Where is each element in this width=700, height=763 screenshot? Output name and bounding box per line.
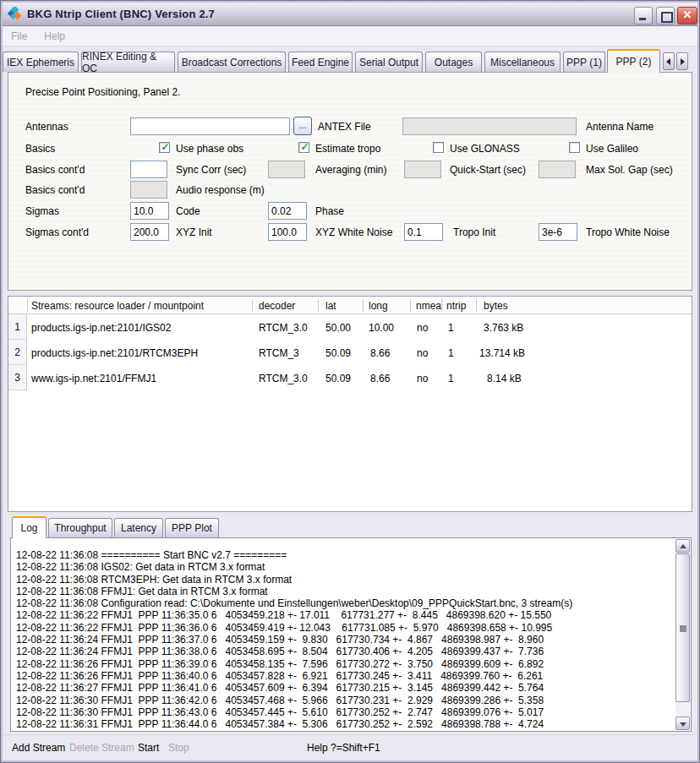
header-decoder: decoder	[259, 300, 295, 312]
log-scrollbar[interactable]	[675, 539, 690, 730]
menu-bar: File Help	[3, 26, 697, 46]
stream-row[interactable]: products.igs-ip.net:2101/RTCM3EPH RTCM_3…	[8, 340, 692, 365]
cell-source: products.igs-ip.net:2101/RTCM3EPH	[31, 347, 198, 359]
max-sol-gap-input	[539, 161, 576, 178]
tab-ppp-1[interactable]: PPP (1)	[563, 52, 605, 72]
estimate-tropo-checkbox[interactable]: ✓	[298, 142, 309, 153]
scroll-down-icon	[680, 722, 686, 727]
column-divider	[27, 299, 28, 312]
averaging-input	[268, 161, 305, 178]
use-glonass-label: Use GLONASS	[450, 143, 520, 155]
header-lat: lat	[325, 300, 336, 312]
add-stream-button[interactable]: Add Stream	[12, 742, 65, 754]
ppp-panel: Precise Point Positioning, Panel 2. Ante…	[8, 72, 692, 291]
tab-latency[interactable]: Latency	[114, 518, 163, 537]
cell-lat: 50.09	[325, 347, 351, 359]
audio-response-input	[130, 181, 167, 199]
scroll-grip-icon	[680, 625, 686, 632]
cell-bytes: 3.763 kB	[484, 322, 523, 334]
max-sol-gap-label: Max Sol. Gap (sec)	[586, 164, 673, 176]
quick-start-label: Quick-Start (sec)	[450, 164, 526, 176]
tab-ppp-plot[interactable]: PPP Plot	[165, 518, 219, 537]
cell-lat: 50.00	[325, 322, 351, 334]
estimate-tropo-label: Estimate tropo	[315, 143, 380, 155]
chevron-right-icon	[681, 58, 685, 65]
cell-ntrip: 1	[448, 373, 454, 384]
minimize-button[interactable]	[634, 7, 653, 25]
quick-start-input	[404, 161, 441, 178]
antenna-name-label: Antenna Name	[586, 121, 654, 133]
sigmas2-label: Sigmas cont'd	[25, 226, 89, 238]
delete-stream-button[interactable]: Delete Stream	[69, 742, 134, 754]
tab-ppp-2[interactable]: PPP (2)	[607, 49, 660, 73]
cell-ntrip: 1	[448, 347, 454, 359]
tab-outages[interactable]: Outages	[425, 52, 482, 72]
header-long: long	[369, 300, 388, 312]
menu-file[interactable]: File	[3, 30, 36, 42]
cell-source: products.igs-ip.net:2101/IGS02	[31, 322, 171, 334]
tab-throughput[interactable]: Throughput	[48, 518, 112, 537]
scroll-down-button[interactable]	[675, 717, 690, 730]
streams-table-header: Streams: resource loader / mountpoint de…	[8, 297, 692, 314]
antennas-label: Antennas	[25, 121, 68, 133]
app-icon	[8, 7, 22, 21]
tab-scroll-right-button[interactable]	[676, 52, 688, 70]
tab-log[interactable]: Log	[12, 516, 46, 538]
maximize-button[interactable]	[656, 7, 675, 25]
tropo-white-noise-label: Tropo White Noise	[586, 226, 670, 238]
header-nmea: nmea	[416, 300, 441, 312]
cell-nmea: no	[417, 373, 428, 384]
tab-miscellaneous[interactable]: Miscellaneous	[484, 52, 561, 72]
use-glonass-checkbox[interactable]: ✓	[433, 142, 444, 153]
use-phase-obs-checkbox[interactable]: ✓	[159, 142, 170, 153]
sigma-phase-label: Phase	[315, 205, 344, 217]
tropo-init-input[interactable]	[404, 223, 443, 241]
scroll-up-icon	[680, 544, 686, 548]
sigma-phase-input[interactable]	[268, 202, 307, 220]
stream-row[interactable]: products.igs-ip.net:2101/IGS02 RTCM_3.0 …	[8, 314, 692, 340]
stream-row[interactable]: www.igs-ip.net:2101/FFMJ1 RTCM_3.0 50.09…	[8, 365, 692, 390]
xyz-white-noise-input[interactable]	[268, 223, 307, 241]
check-icon: ✓	[160, 141, 171, 153]
tab-feed-engine[interactable]: Feed Engine	[288, 52, 353, 72]
use-galileo-label: Use Galileo	[586, 143, 638, 155]
antex-file-label: ANTEX File	[318, 121, 371, 133]
cell-bytes: 8.14 kB	[487, 373, 522, 384]
tab-serial-output[interactable]: Serial Output	[355, 52, 423, 72]
column-divider	[363, 299, 364, 312]
scroll-thumb[interactable]	[675, 553, 690, 702]
xyz-init-input[interactable]	[130, 223, 169, 241]
start-button[interactable]: Start	[138, 742, 159, 754]
antex-browse-button[interactable]: ...	[293, 117, 312, 135]
menu-help[interactable]: Help	[36, 30, 74, 42]
tab-rinex-editing-qc[interactable]: RINEX Editing & QC	[81, 52, 175, 72]
tab-scroll-left-button[interactable]	[663, 52, 675, 70]
column-divider	[318, 299, 319, 312]
sigma-code-input[interactable]	[130, 202, 169, 220]
column-divider	[476, 299, 477, 312]
averaging-label: Averaging (min)	[315, 164, 386, 176]
cell-lat: 50.09	[325, 373, 351, 384]
tropo-white-noise-input[interactable]	[539, 223, 577, 241]
cell-long: 8.66	[370, 347, 390, 359]
cell-decoder: RTCM_3	[259, 347, 299, 359]
cell-nmea: no	[417, 347, 428, 359]
xyz-init-label: XYZ Init	[176, 226, 212, 238]
use-phase-obs-label: Use phase obs	[176, 143, 243, 155]
use-galileo-checkbox[interactable]: ✓	[569, 142, 580, 153]
cell-long: 8.66	[370, 373, 390, 384]
column-divider	[410, 299, 411, 312]
tab-ephemeris[interactable]: IEX Ephemeris	[3, 52, 79, 72]
cell-source: www.igs-ip.net:2101/FFMJ1	[31, 373, 156, 384]
sync-corr-input[interactable]	[130, 161, 167, 178]
antennas-input[interactable]	[130, 117, 290, 135]
panel-caption: Precise Point Positioning, Panel 2.	[25, 86, 180, 98]
scroll-up-button[interactable]	[675, 539, 690, 553]
cell-ntrip: 1	[448, 322, 454, 334]
sync-corr-label: Sync Corr (sec)	[176, 164, 246, 176]
app-window: BKG Ntrip Client (BNC) Version 2.7 ✕ Fil…	[0, 0, 700, 763]
stop-button[interactable]: Stop	[168, 742, 189, 754]
cell-bytes: 13.714 kB	[479, 347, 525, 359]
close-button[interactable]: ✕	[677, 7, 697, 25]
tab-broadcast-corrections[interactable]: Broadcast Corrections	[178, 52, 286, 72]
